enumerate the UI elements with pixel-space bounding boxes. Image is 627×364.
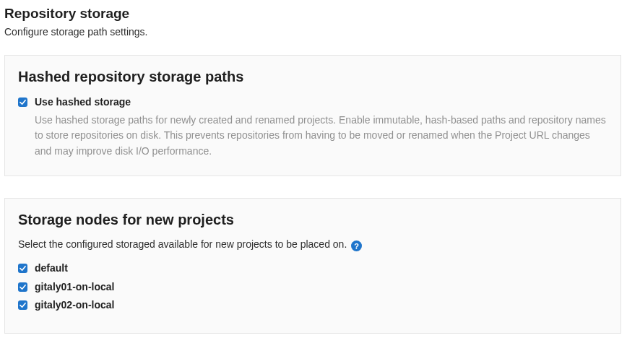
storage-nodes-list: default gitaly01-on-local gitaly02-on-lo… [18,261,607,313]
use-hashed-storage-row: Use hashed storage [18,95,607,110]
check-icon [20,99,26,105]
storage-nodes-panel: Storage nodes for new projects Select th… [4,198,621,334]
storage-node-row: default [18,261,607,276]
use-hashed-storage-label: Use hashed storage [35,95,131,110]
storage-node-row: gitaly01-on-local [18,280,607,295]
nodes-panel-description-text: Select the configured storaged available… [18,238,347,250]
hashed-panel-title: Hashed repository storage paths [18,69,607,85]
storage-node-row: gitaly02-on-local [18,298,607,313]
check-icon [20,302,26,308]
page-subtitle: Configure storage path settings. [4,26,621,38]
storage-node-checkbox[interactable] [18,282,27,292]
storage-node-checkbox[interactable] [18,264,27,273]
storage-node-checkbox[interactable] [18,300,27,310]
help-icon[interactable]: ? [351,240,362,251]
check-icon [20,265,26,272]
storage-node-label: default [35,261,68,276]
nodes-panel-title: Storage nodes for new projects [18,212,607,228]
hashed-storage-panel: Hashed repository storage paths Use hash… [4,55,621,176]
page-title: Repository storage [4,6,621,22]
nodes-panel-description: Select the configured storaged available… [18,238,607,252]
storage-node-label: gitaly01-on-local [35,280,114,295]
use-hashed-storage-checkbox[interactable] [18,98,27,107]
use-hashed-storage-help: Use hashed storage paths for newly creat… [35,113,607,160]
storage-node-label: gitaly02-on-local [35,298,114,313]
check-icon [20,284,26,290]
